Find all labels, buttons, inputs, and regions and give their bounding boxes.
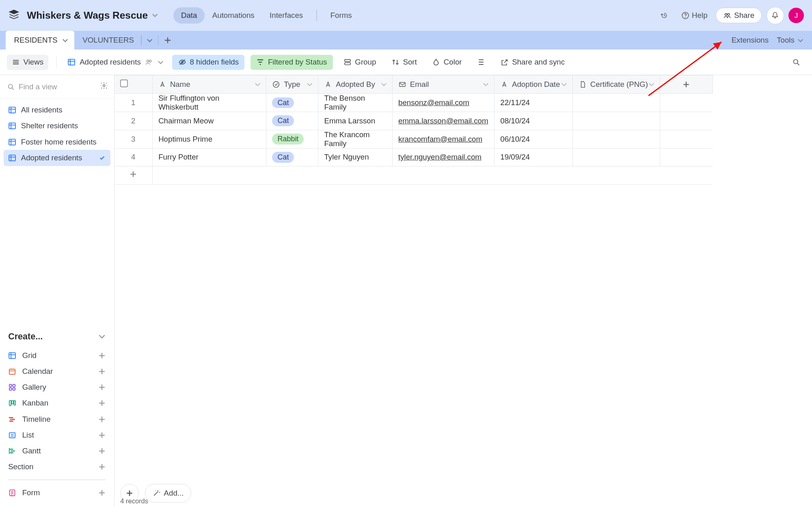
cell-adopted-by[interactable]: Emma Larsson	[318, 112, 393, 130]
group-button[interactable]: Group	[339, 55, 381, 69]
cell-type[interactable]: Cat	[266, 112, 318, 130]
search-button[interactable]	[788, 54, 805, 71]
create-grid[interactable]: Grid	[8, 347, 106, 363]
filter-button[interactable]: Filtered by Status	[251, 55, 333, 69]
create-gallery[interactable]: Gallery	[8, 379, 106, 395]
cell-date[interactable]: 19/09/24	[494, 148, 572, 166]
create-gantt[interactable]: Gantt	[8, 443, 106, 459]
table-tabs: RESIDENTS VOLUNTEERS Extensions Tools	[0, 31, 812, 50]
chevron-down-icon	[648, 81, 655, 88]
table-tab-residents[interactable]: RESIDENTS	[6, 31, 74, 50]
create-view-header[interactable]: Create...	[8, 328, 106, 347]
email-link[interactable]: emma.larsson@email.com	[398, 117, 488, 125]
svg-point-12	[103, 85, 105, 87]
create-calendar[interactable]: Calendar	[8, 363, 106, 379]
user-avatar[interactable]: J	[788, 8, 803, 23]
cell-adopted-by[interactable]: Tyler Nguyen	[318, 148, 393, 166]
column-header-adopted-by[interactable]: Adopted By	[318, 76, 393, 94]
view-item-shelter-residents[interactable]: Shelter residents	[4, 118, 111, 134]
column-header-adoption-date[interactable]: Adoption Date	[494, 76, 572, 94]
gantt-icon	[8, 447, 16, 455]
add-record-menu-button[interactable]: Add...	[145, 484, 191, 503]
nav-automations[interactable]: Automations	[205, 7, 262, 23]
view-item-all-residents[interactable]: All residents	[4, 102, 111, 118]
cell-certificate[interactable]	[572, 148, 660, 166]
share-sync-button[interactable]: Share and sync	[496, 55, 570, 69]
email-link[interactable]: tyler.nguyen@email.com	[398, 153, 482, 161]
column-header-certificate[interactable]: Certificate (PNG)	[572, 76, 660, 94]
sort-icon	[391, 58, 400, 66]
email-link[interactable]: krancomfam@email.com	[398, 135, 482, 143]
cell-type[interactable]: Rabbit	[266, 130, 318, 148]
check-icon	[99, 154, 106, 162]
views-toggle[interactable]: Views	[7, 55, 48, 69]
tools-button[interactable]: Tools	[777, 36, 804, 45]
cell-adopted-by[interactable]: The Benson Family	[318, 94, 393, 112]
history-button[interactable]	[656, 7, 673, 24]
column-label: Adoption Date	[512, 80, 560, 89]
table-tab-volunteers[interactable]: VOLUNTEERS	[74, 31, 140, 50]
create-form[interactable]: Form	[8, 485, 106, 501]
table-tab-options[interactable]	[143, 31, 157, 50]
table-row[interactable]: 3 Hoptimus Prime Rabbit The Krancom Fami…	[114, 130, 713, 148]
view-item-foster-residents[interactable]: Foster home residents	[4, 134, 111, 150]
nav-divider	[316, 10, 317, 22]
cell-date[interactable]: 08/10/24	[494, 112, 572, 130]
add-table-button[interactable]	[160, 32, 176, 48]
svg-rect-18	[9, 369, 15, 374]
share-button[interactable]: Share	[716, 8, 762, 23]
share-sync-label: Share and sync	[512, 58, 565, 67]
add-row-blank[interactable]	[152, 166, 713, 185]
extensions-button[interactable]: Extensions	[732, 36, 769, 45]
calendar-icon	[8, 367, 16, 375]
current-view-name[interactable]: Adopted residents	[65, 56, 166, 69]
select-all-header[interactable]	[114, 76, 152, 94]
find-view-input[interactable]: Find a view	[6, 80, 96, 94]
base-name-dropdown[interactable]: Whiskers & Wags Rescue	[27, 10, 158, 21]
select-all-checkbox[interactable]	[120, 80, 128, 87]
cell-name[interactable]: Hoptimus Prime	[152, 130, 266, 148]
column-header-name[interactable]: Name	[152, 76, 266, 94]
table-row[interactable]: 2 Chairman Meow Cat Emma Larsson emma.la…	[114, 112, 713, 130]
cell-type[interactable]: Cat	[266, 94, 318, 112]
create-timeline[interactable]: Timeline	[8, 411, 106, 427]
view-item-adopted-residents[interactable]: Adopted residents	[4, 150, 111, 166]
nav-interfaces[interactable]: Interfaces	[262, 7, 310, 23]
cell-name[interactable]: Chairman Meow	[152, 112, 266, 130]
cell-certificate[interactable]	[572, 112, 660, 130]
cell-certificate[interactable]	[572, 94, 660, 112]
cell-email[interactable]: tyler.nguyen@email.com	[392, 148, 494, 166]
add-field-button[interactable]	[660, 76, 713, 94]
cell-certificate[interactable]	[572, 130, 660, 148]
cell-type[interactable]: Cat	[266, 148, 318, 166]
create-kanban[interactable]: Kanban	[8, 395, 106, 411]
help-button[interactable]: Help	[678, 9, 711, 22]
hidden-fields-button[interactable]: 8 hidden fields	[172, 55, 244, 69]
cell-name[interactable]: Furry Potter	[152, 148, 266, 166]
nav-forms[interactable]: Forms	[323, 7, 359, 23]
cell-date[interactable]: 06/10/24	[494, 130, 572, 148]
table-row[interactable]: 4 Furry Potter Cat Tyler Nguyen tyler.ng…	[114, 148, 713, 166]
create-list[interactable]: List	[8, 427, 106, 443]
cell-email[interactable]: bensonz@email.com	[392, 94, 494, 112]
plus-icon	[98, 489, 106, 497]
cell-date[interactable]: 22/11/24	[494, 94, 572, 112]
column-header-type[interactable]: Type	[266, 76, 318, 94]
add-row-button[interactable]	[114, 166, 152, 185]
row-height-button[interactable]	[472, 55, 490, 69]
column-header-email[interactable]: Email	[392, 76, 494, 94]
create-section[interactable]: Section	[8, 459, 106, 475]
sort-button[interactable]: Sort	[387, 55, 421, 69]
cell-name[interactable]: Sir Fluffington von Whiskerbutt	[152, 94, 266, 112]
nav-data[interactable]: Data	[173, 7, 205, 23]
view-settings-button[interactable]	[100, 82, 108, 92]
svg-rect-29	[400, 82, 405, 86]
table-row[interactable]: 1 Sir Fluffington von Whiskerbutt Cat Th…	[114, 94, 713, 112]
cell-email[interactable]: krancomfam@email.com	[392, 130, 494, 148]
notifications-button[interactable]	[767, 7, 784, 24]
email-link[interactable]: bensonz@email.com	[398, 98, 469, 107]
cell-email[interactable]: emma.larsson@email.com	[392, 112, 494, 130]
cell-adopted-by[interactable]: The Krancom Family	[318, 130, 393, 148]
record-count-label: 4 records	[120, 497, 148, 505]
color-button[interactable]: Color	[428, 55, 466, 69]
